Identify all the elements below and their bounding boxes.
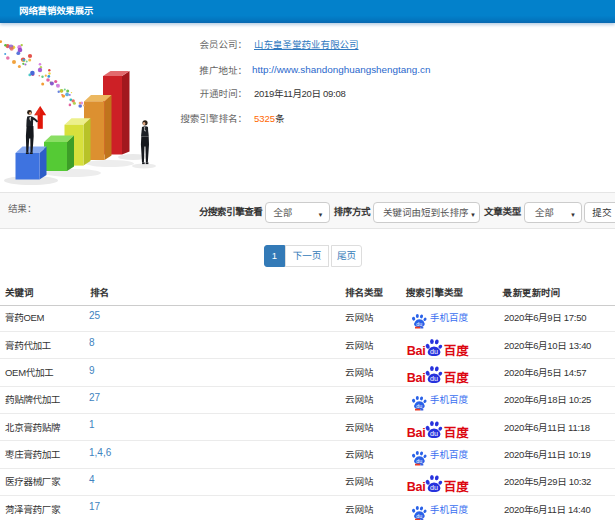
svg-text:du: du (416, 457, 422, 463)
svg-text:Bai: Bai (407, 426, 426, 439)
svg-text:du: du (416, 321, 422, 327)
svg-text:du: du (416, 403, 422, 409)
svg-text:百度: 百度 (444, 477, 469, 493)
svg-text:Bai: Bai (407, 371, 426, 384)
svg-text:du: du (430, 429, 438, 438)
svg-text:du: du (430, 347, 438, 356)
svg-text:du: du (416, 512, 422, 518)
svg-text:Bai: Bai (407, 480, 426, 493)
svg-text:百度: 百度 (444, 340, 469, 356)
svg-text:百度: 百度 (444, 422, 469, 438)
svg-text:Bai: Bai (407, 344, 426, 357)
svg-text:百度: 百度 (444, 368, 469, 384)
svg-text:du: du (430, 374, 438, 383)
svg-text:du: du (430, 483, 438, 492)
